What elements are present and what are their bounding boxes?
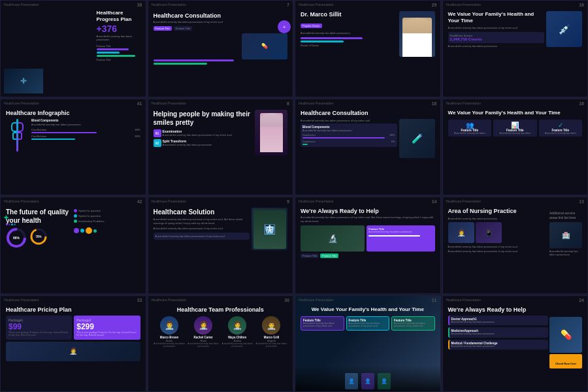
slide-15-feature-1: Feature Title A wonderful serenity has t… [301,316,344,331]
slide-11-tags: Feature Title Feature Title [301,253,435,258]
slide-15-features: Feature Title A wonderful serenity has t… [301,316,435,331]
slide-6-steps: 01 Examination A wonderful serenity has … [154,129,253,147]
team-member-2: 👩‍⚕️ Rachel Carter Nurse A wonderful ser… [188,316,220,348]
slide-9-circles: 86% 76% [6,227,72,248]
slide-16: Healthcare Presentation 24 We're Always … [442,295,589,393]
slide-11-content: We're Always Ready to Help A wonderful s… [301,208,435,258]
slide-16-content: We're Always Ready to Help Doctor Approa… [448,306,583,368]
slide-6: Healthcare Presentation 8 Helping people… [148,99,294,196]
slide-16-feature-2: Medicine/Approach A wonderful serenity h… [448,327,549,338]
slide-grid: Healthcare Presentation 38 ✚ Healthcare … [0,0,588,392]
slide-10-image: 🩻 [252,208,287,250]
slide-3-text: Dr. Marco Sillit Popular Doctor A wonder… [301,11,397,57]
caduceus-area [6,119,29,152]
slide-9: Healthcare Presentation 42 The future of… [0,197,146,294]
slide-16-feature-3: Medical / Fundamental Challenge A wonder… [448,340,549,350]
team-member-1: 👨‍⚕️ Marco Brown Doctor A wonderful sere… [154,316,186,348]
slide-9-dots [74,228,140,234]
slide-14-members: 👨‍⚕️ Marco Brown Doctor A wonderful sere… [154,316,288,348]
slide-12-right: Additional service areas link list here … [549,208,582,256]
slide-4: Healthcare Presentation 18 We Value Your… [442,0,589,97]
slide-3-bars [301,37,397,42]
slide-10-box: A wonderful serenity has taken possessio… [154,233,250,240]
team-member-3: 👩‍⚕️ Maya Chilton Dentist A wonderful se… [221,316,253,348]
slide-1-bars: Feature Title Feature Title [97,44,142,61]
slide-4-content: We Value Your Family's Health and Your T… [448,11,583,48]
slide-5-content: Healthcare Infographic Blood Components [6,110,140,152]
slide-15: Healthcare Presentation 11 We Value Your… [295,295,441,393]
slide-1-title: Healthcare Progress Plan [97,10,142,22]
slide-2: Healthcare Presentation 7 Healthcare Con… [148,0,294,97]
slide-15-overlay: 👤 👤 👤 [295,365,440,391]
slide-1-small-text: A wonderful serenity has taken possessio… [97,35,142,41]
slide-9-circle-1: 86% [6,227,27,248]
slide-6-text: Helping people by making their smiles pr… [154,110,253,155]
slide-16-tag: Check Now Cost [549,354,582,368]
slide-12-image-1: 👩‍⚕️ [448,222,474,243]
slide-9-right: Symbol in question Symbol in question In… [74,208,140,248]
slide-9-title: The future of quality your health [6,208,72,225]
slide-9-small-dots [6,223,19,225]
slide-1: Healthcare Presentation 38 ✚ Healthcare … [0,0,146,97]
slide-15-feature-2: Feature Title A wonderful serenity has t… [346,316,390,331]
slide-7-layout: A wonderful serenity has taken possessio… [301,119,435,158]
slide-12-image-2: 📱 [476,222,502,243]
slide-16-feature-list: Doctor Approach1 A wonderful serenity ha… [448,316,549,368]
slide-3-title: Dr. Marco Sillit [301,11,397,18]
slide-1-subtitle: Healthcare Presentation [4,3,39,7]
slide-9-items: Symbol in question Symbol in question In… [74,209,140,223]
slide-13: Healthcare Presentation 33 Healthcare Pr… [0,295,146,393]
slide-5-layout: Blood Components A wonderful serenity ha… [6,119,140,152]
slide-3-content: Dr. Marco Sillit Popular Doctor A wonder… [301,11,435,57]
slide-6-title: Helping people by making their smiles pr… [154,110,253,127]
slide-5-title: Healthcare Infographic [6,110,140,116]
slide-13-plans: Package1 $99 This is your package Featur… [6,316,140,340]
slide-3-badge: Popular Doctor [301,24,322,28]
slide-7-content: Healthcare Consultation A wonderful sere… [301,110,435,158]
slide-14-title: Healthcare Team Professionals [154,306,288,313]
slide-10-content: Healthcare Solution A wonderful serenity… [154,208,288,250]
slide-5-info: Blood Components A wonderful serenity ha… [31,119,140,152]
slide-16-image: 💊 [549,317,582,353]
slide-13-content: Healthcare Pricing Plan Package1 $99 Thi… [6,306,140,361]
slide-16-feature-1: Doctor Approach1 A wonderful serenity ha… [448,316,549,326]
slide-11-title: We're Always Ready to Help [301,208,435,214]
slide-2-image-area: 💊 [154,33,288,65]
slide-3: Healthcare Presentation 29 Dr. Marco Sil… [295,0,441,97]
slide-10: Healthcare Presentation 9 Healthcare Sol… [148,197,294,294]
slide-9-circle-2: 76% [29,227,48,246]
slide-2-tags: Feature Title Feature Title [154,26,288,31]
slide-7-info: Blood Components A wonderful serenity ha… [301,123,397,147]
slide-13-title: Healthcare Pricing Plan [6,306,140,313]
slide-16-right: 💊 Check Now Cost [549,316,582,368]
slide-14-content: Healthcare Team Professionals 👨‍⚕️ Marco… [154,306,288,348]
slide-9-cross: ✚ [4,210,8,222]
slide-8-stat-2: 📊 Feature Title A wonderful serenity has… [493,120,537,137]
slide-7-title: Healthcare Consultation [301,110,435,116]
slide-2-text: A wonderful serenity has taken possessio… [154,20,288,24]
slide-12-images-row: 👩‍⚕️ 📱 [448,222,548,243]
team-member-4: 👨‍⚕️ Marco Grill Surgeon A wonderful ser… [255,316,287,348]
slide-6-image [255,110,287,155]
slide-16-features: Doctor Approach1 A wonderful serenity ha… [448,316,583,368]
slide-2-title: Healthcare Consultation [154,12,288,19]
slide-16-title: We're Always Ready to Help [448,306,583,313]
slide-15-feature-3: Feature Title A wonderful serenity has t… [391,316,435,331]
slide-8-stats: 👥 Feature Title A wonderful serenity has… [448,120,583,137]
slide-10-text: Healthcare Solution A wonderful serenity… [154,208,250,250]
slide-8-title: We Value Your Family's Health and Your T… [448,110,583,116]
slide-15-title: We Value Your Family's Health and Your T… [301,306,435,313]
slide-11: Healthcare Presentation 14 We're Always … [295,197,441,294]
slide-6-content: Helping people by making their smiles pr… [154,110,288,155]
slide-8-stat-3: ✓ Feature Title A wonderful serenity has… [539,120,583,137]
slide-9-content: The future of quality your health 86% [6,208,140,248]
slide-4-stat: HealthCare Service 2,348,710 Counts [448,32,545,43]
slide-1-big-number: +376 [97,24,142,34]
slide-12-content: Area of Nursing Practice A wonderful ser… [448,208,583,256]
slide-11-images: 🔬 Feature Title A wonderful serenity has… [301,225,435,252]
slide-10-title: Healthcare Solution [154,208,250,216]
slide-9-left: The future of quality your health 86% [6,208,72,248]
slide-4-title: We Value Your Family's Health and Your T… [448,11,545,25]
slide-1-image: ✚ [4,69,43,93]
slide-8-content: We Value Your Family's Health and Your T… [448,110,583,137]
